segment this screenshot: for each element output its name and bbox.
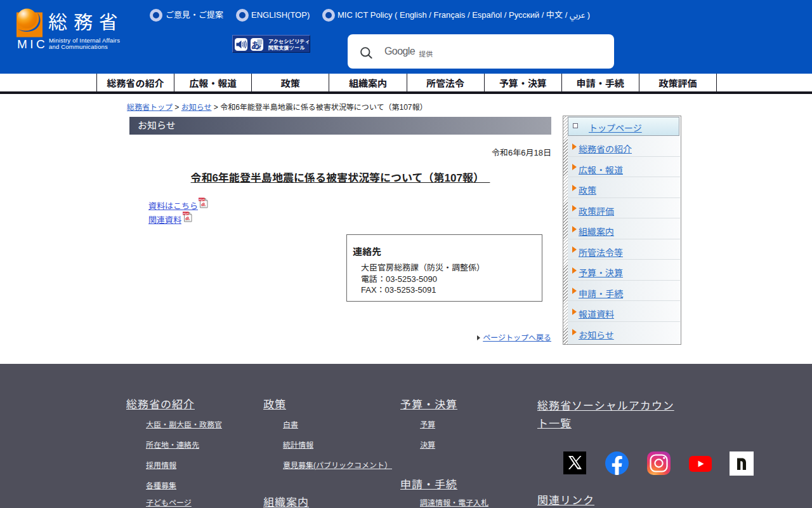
svg-text:PDF: PDF	[183, 212, 189, 215]
svg-text:PDF: PDF	[199, 198, 205, 201]
